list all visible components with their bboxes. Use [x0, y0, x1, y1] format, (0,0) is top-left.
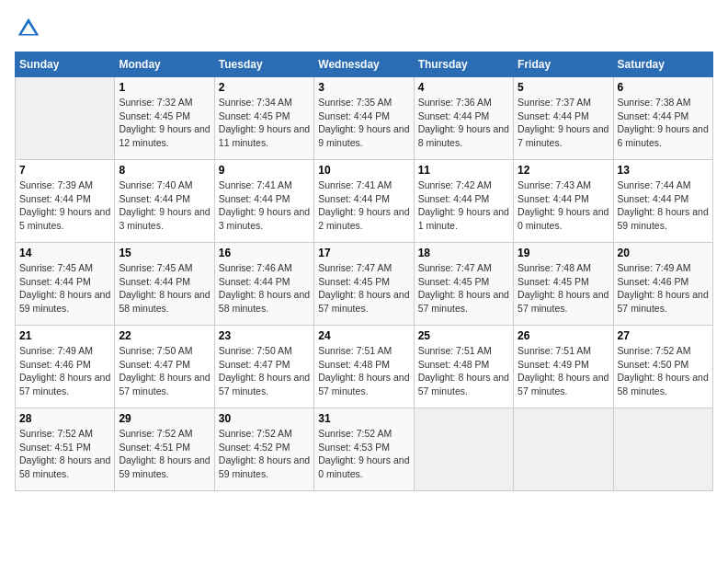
calendar-cell: 16Sunrise: 7:46 AMSunset: 4:44 PMDayligh…	[214, 243, 313, 326]
day-number: 23	[219, 329, 310, 342]
calendar-cell: 11Sunrise: 7:42 AMSunset: 4:44 PMDayligh…	[414, 160, 513, 243]
day-number: 30	[219, 412, 310, 425]
day-info: Sunrise: 7:51 AMSunset: 4:49 PMDaylight:…	[518, 344, 609, 398]
weekday-header-friday: Friday	[514, 52, 613, 77]
calendar-week-row: 7Sunrise: 7:39 AMSunset: 4:44 PMDaylight…	[16, 160, 713, 243]
day-number: 19	[518, 247, 609, 259]
calendar-cell: 2Sunrise: 7:34 AMSunset: 4:45 PMDaylight…	[214, 77, 313, 160]
day-info: Sunrise: 7:51 AMSunset: 4:48 PMDaylight:…	[418, 344, 509, 398]
calendar-header: SundayMondayTuesdayWednesdayThursdayFrid…	[16, 52, 713, 77]
weekday-header-tuesday: Tuesday	[214, 52, 313, 77]
day-info: Sunrise: 7:47 AMSunset: 4:45 PMDaylight:…	[318, 261, 409, 316]
weekday-header-sunday: Sunday	[16, 52, 115, 77]
day-info: Sunrise: 7:47 AMSunset: 4:45 PMDaylight:…	[418, 261, 509, 316]
day-number: 7	[19, 164, 110, 177]
calendar-cell	[514, 408, 613, 491]
day-number: 6	[618, 81, 709, 94]
day-number: 10	[318, 164, 409, 177]
day-info: Sunrise: 7:43 AMSunset: 4:44 PMDaylight:…	[518, 178, 609, 233]
day-info: Sunrise: 7:52 AMSunset: 4:53 PMDaylight:…	[318, 427, 409, 481]
weekday-header-monday: Monday	[115, 52, 214, 77]
day-info: Sunrise: 7:34 AMSunset: 4:45 PMDaylight:…	[219, 96, 310, 150]
calendar-cell: 18Sunrise: 7:47 AMSunset: 4:45 PMDayligh…	[414, 243, 513, 326]
calendar-cell: 30Sunrise: 7:52 AMSunset: 4:52 PMDayligh…	[214, 408, 313, 491]
day-info: Sunrise: 7:48 AMSunset: 4:45 PMDaylight:…	[518, 261, 609, 316]
weekday-header-row: SundayMondayTuesdayWednesdayThursdayFrid…	[16, 52, 713, 77]
day-number: 20	[618, 247, 709, 259]
calendar-cell: 26Sunrise: 7:51 AMSunset: 4:49 PMDayligh…	[514, 326, 613, 408]
day-number: 2	[219, 81, 310, 94]
day-info: Sunrise: 7:45 AMSunset: 4:44 PMDaylight:…	[119, 261, 210, 316]
calendar-cell: 31Sunrise: 7:52 AMSunset: 4:53 PMDayligh…	[314, 408, 414, 491]
calendar-cell	[16, 77, 115, 160]
calendar-cell: 15Sunrise: 7:45 AMSunset: 4:44 PMDayligh…	[115, 243, 214, 326]
day-number: 1	[119, 81, 210, 94]
calendar-cell: 29Sunrise: 7:52 AMSunset: 4:51 PMDayligh…	[115, 408, 214, 491]
calendar-cell: 4Sunrise: 7:36 AMSunset: 4:44 PMDaylight…	[414, 77, 513, 160]
day-info: Sunrise: 7:38 AMSunset: 4:44 PMDaylight:…	[618, 96, 709, 150]
day-info: Sunrise: 7:44 AMSunset: 4:44 PMDaylight:…	[618, 178, 709, 233]
calendar-cell: 13Sunrise: 7:44 AMSunset: 4:44 PMDayligh…	[613, 160, 712, 243]
day-number: 11	[418, 164, 509, 177]
day-info: Sunrise: 7:41 AMSunset: 4:44 PMDaylight:…	[318, 178, 409, 233]
calendar-cell: 12Sunrise: 7:43 AMSunset: 4:44 PMDayligh…	[514, 160, 613, 243]
calendar-week-row: 21Sunrise: 7:49 AMSunset: 4:46 PMDayligh…	[16, 326, 713, 408]
day-number: 13	[618, 164, 709, 177]
day-number: 16	[219, 247, 310, 259]
day-number: 9	[219, 164, 310, 177]
calendar-week-row: 28Sunrise: 7:52 AMSunset: 4:51 PMDayligh…	[16, 408, 713, 491]
day-number: 21	[19, 329, 110, 342]
calendar-cell: 23Sunrise: 7:50 AMSunset: 4:47 PMDayligh…	[214, 326, 313, 408]
day-number: 27	[618, 329, 709, 342]
calendar-cell: 3Sunrise: 7:35 AMSunset: 4:44 PMDaylight…	[314, 77, 414, 160]
calendar-week-row: 1Sunrise: 7:32 AMSunset: 4:45 PMDaylight…	[16, 77, 713, 160]
day-number: 25	[418, 329, 509, 342]
day-number: 14	[19, 247, 110, 259]
weekday-header-wednesday: Wednesday	[314, 52, 414, 77]
calendar-cell: 24Sunrise: 7:51 AMSunset: 4:48 PMDayligh…	[314, 326, 414, 408]
day-number: 12	[518, 164, 609, 177]
calendar-cell: 22Sunrise: 7:50 AMSunset: 4:47 PMDayligh…	[115, 326, 214, 408]
day-info: Sunrise: 7:52 AMSunset: 4:51 PMDaylight:…	[119, 427, 210, 481]
day-info: Sunrise: 7:52 AMSunset: 4:51 PMDaylight:…	[19, 427, 110, 481]
calendar-cell: 14Sunrise: 7:45 AMSunset: 4:44 PMDayligh…	[16, 243, 115, 326]
calendar-cell: 17Sunrise: 7:47 AMSunset: 4:45 PMDayligh…	[314, 243, 414, 326]
calendar-cell: 1Sunrise: 7:32 AMSunset: 4:45 PMDaylight…	[115, 77, 214, 160]
day-info: Sunrise: 7:49 AMSunset: 4:46 PMDaylight:…	[618, 261, 709, 316]
weekday-header-thursday: Thursday	[414, 52, 513, 77]
calendar-table: SundayMondayTuesdayWednesdayThursdayFrid…	[15, 52, 713, 491]
day-number: 29	[119, 412, 210, 425]
day-number: 3	[318, 81, 409, 94]
day-number: 4	[418, 81, 509, 94]
calendar-cell: 10Sunrise: 7:41 AMSunset: 4:44 PMDayligh…	[314, 160, 414, 243]
day-info: Sunrise: 7:46 AMSunset: 4:44 PMDaylight:…	[219, 261, 310, 316]
day-info: Sunrise: 7:50 AMSunset: 4:47 PMDaylight:…	[119, 344, 210, 398]
day-number: 8	[119, 164, 210, 177]
calendar-cell: 28Sunrise: 7:52 AMSunset: 4:51 PMDayligh…	[16, 408, 115, 491]
day-info: Sunrise: 7:42 AMSunset: 4:44 PMDaylight:…	[418, 178, 509, 233]
day-info: Sunrise: 7:37 AMSunset: 4:44 PMDaylight:…	[518, 96, 609, 150]
day-number: 17	[318, 247, 409, 259]
calendar-week-row: 14Sunrise: 7:45 AMSunset: 4:44 PMDayligh…	[16, 243, 713, 326]
calendar-cell: 27Sunrise: 7:52 AMSunset: 4:50 PMDayligh…	[613, 326, 712, 408]
calendar-body: 1Sunrise: 7:32 AMSunset: 4:45 PMDaylight…	[16, 77, 713, 491]
day-number: 22	[119, 329, 210, 342]
day-info: Sunrise: 7:52 AMSunset: 4:50 PMDaylight:…	[618, 344, 709, 398]
day-info: Sunrise: 7:52 AMSunset: 4:52 PMDaylight:…	[219, 427, 310, 481]
calendar-cell: 9Sunrise: 7:41 AMSunset: 4:44 PMDaylight…	[214, 160, 313, 243]
calendar-cell: 21Sunrise: 7:49 AMSunset: 4:46 PMDayligh…	[16, 326, 115, 408]
day-info: Sunrise: 7:50 AMSunset: 4:47 PMDaylight:…	[219, 344, 310, 398]
calendar-cell: 5Sunrise: 7:37 AMSunset: 4:44 PMDaylight…	[514, 77, 613, 160]
weekday-header-saturday: Saturday	[613, 52, 712, 77]
day-number: 26	[518, 329, 609, 342]
day-info: Sunrise: 7:32 AMSunset: 4:45 PMDaylight:…	[119, 96, 210, 150]
calendar-cell	[414, 408, 513, 491]
generalblue-logo-icon	[15, 15, 42, 42]
day-number: 15	[119, 247, 210, 259]
calendar-cell	[613, 408, 712, 491]
calendar-cell: 25Sunrise: 7:51 AMSunset: 4:48 PMDayligh…	[414, 326, 513, 408]
day-info: Sunrise: 7:51 AMSunset: 4:48 PMDaylight:…	[318, 344, 409, 398]
day-info: Sunrise: 7:35 AMSunset: 4:44 PMDaylight:…	[318, 96, 409, 150]
calendar-cell: 19Sunrise: 7:48 AMSunset: 4:45 PMDayligh…	[514, 243, 613, 326]
day-info: Sunrise: 7:45 AMSunset: 4:44 PMDaylight:…	[19, 261, 110, 316]
